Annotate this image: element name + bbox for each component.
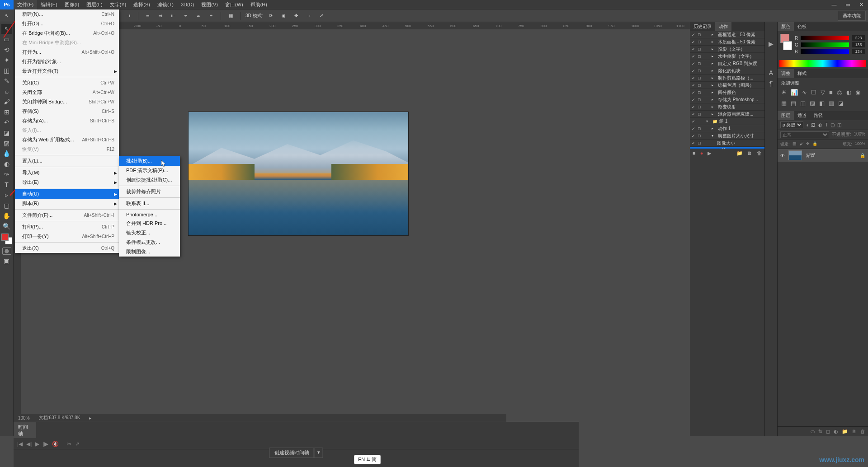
new-action-icon[interactable]: 🗎 [747,150,752,156]
essentials-button[interactable]: 基本功能 [838,11,866,21]
history-tab[interactable]: 历史记录 [690,22,715,31]
hsl-icon[interactable]: ■ [829,89,833,96]
hand-tool[interactable]: ✋ [1,211,12,221]
layer-background[interactable]: 👁 背景 🔒 [778,149,868,162]
menu-3[interactable]: 图层(L) [83,0,106,9]
eyedropper-tool[interactable]: ✎ [1,76,12,86]
arrange-icon[interactable]: ▦ [226,11,235,20]
dodge-tool[interactable]: ◐ [1,159,12,169]
layer-kind-filter[interactable]: ρ 类型 [780,121,803,128]
align-bottom-icon[interactable]: ⫣ [124,11,133,20]
menu-1[interactable]: 编辑(E) [37,0,61,9]
curves-icon[interactable]: ∿ [802,89,807,96]
distribute-5-icon[interactable]: ⫨ [194,11,203,20]
timeline-menu-icon[interactable]: ▾ [314,448,323,458]
para-panel-icon[interactable]: ¶ [769,80,773,87]
b-slider[interactable] [801,49,849,54]
pan-3d-icon[interactable]: ✥ [292,11,301,20]
fx-icon[interactable]: fx [818,429,822,434]
balance-icon[interactable]: ⚖ [837,89,842,96]
auto-submenu-item[interactable]: 镜头校正... [119,228,180,238]
file-menu-item[interactable]: 关闭并转到 Bridge...Shift+Ctrl+W [15,97,119,107]
action-item[interactable]: ✓□▸动作 1 [690,125,764,132]
gradmap-icon[interactable]: ▥ [829,100,834,107]
quick-mask-toggle[interactable] [2,248,11,255]
filter-type-icon[interactable]: T [825,122,828,127]
link-layers-icon[interactable]: ⬭ [811,429,815,434]
styles-tab[interactable]: 样式 [794,69,810,78]
magic-wand-tool[interactable]: ✦ [1,55,12,65]
action-item[interactable]: ✓□▸存储为 Photoshop... [690,96,764,103]
auto-submenu-item[interactable]: 条件模式更改... [119,238,180,247]
menu-9[interactable]: 窗口(W) [222,0,247,9]
file-menu-item[interactable]: 导出(E)▶ [15,177,119,187]
file-menu-item[interactable]: 存储为 Web 所用格式...Alt+Shift+Ctrl+S [15,135,119,145]
history-brush-tool[interactable]: ↶ [1,117,12,127]
color-tab[interactable]: 颜色 [778,22,794,31]
auto-submenu-item[interactable]: 创建快捷批处理(C)... [119,175,180,185]
delete-layer-icon[interactable]: 🗑 [860,429,865,434]
b-value[interactable]: 134 [852,49,865,54]
create-video-timeline-button[interactable]: 创建视频时间轴 [269,448,314,458]
auto-submenu-item[interactable]: 限制图像... [119,247,180,257]
delete-action-icon[interactable]: 🗑 [757,150,762,156]
paths-tab[interactable]: 路径 [810,111,826,120]
hue-strip[interactable] [779,60,866,67]
file-menu-item[interactable]: 新建(N)...Ctrl+N [15,9,119,19]
layer-name[interactable]: 背景 [806,152,815,159]
menu-4[interactable]: 文字(Y) [106,0,130,9]
record-icon[interactable]: ● [700,150,703,156]
file-menu-item[interactable]: 关闭(C)Ctrl+W [15,78,119,88]
new-layer-icon[interactable]: 🗎 [852,429,857,434]
photo-filter-icon[interactable]: ◉ [855,89,860,96]
file-menu-item[interactable]: 最近打开文件(T)▶ [15,66,119,76]
zoom-level[interactable]: 100% [18,416,30,420]
r-slider[interactable] [801,36,849,40]
crop-tool[interactable]: ◫ [1,65,12,75]
menu-10[interactable]: 帮助(H) [247,0,271,9]
file-menu-item[interactable]: 脚本(R)▶ [15,199,119,208]
action-item[interactable]: ✓□▸投影（文字） [690,46,764,53]
goto-first-icon[interactable]: |◀ [17,441,23,447]
scale-3d-icon[interactable]: ⤢ [317,11,326,20]
stop-icon[interactable]: ■ [693,150,696,156]
char-panel-icon[interactable]: ▶ [769,40,774,47]
file-menu-item[interactable]: 存储为(A)...Shift+Ctrl+S [15,116,119,126]
distribute-4-icon[interactable]: ⫧ [181,11,190,20]
blend-mode-select[interactable]: 正常 [780,131,829,138]
file-menu-item[interactable]: 打印(P)...Ctrl+P [15,222,119,232]
brightness-icon[interactable]: ☀ [781,89,787,96]
action-item[interactable]: ✓□▸水中倒影（文字） [690,53,764,60]
document-canvas[interactable] [188,112,409,236]
color-bg-swatch[interactable] [783,41,792,50]
menu-6[interactable]: 滤镜(T) [154,0,177,9]
filter-img-icon[interactable]: 🖼 [811,122,816,127]
auto-submenu-item[interactable]: 批处理(B)... [119,156,180,166]
fill-value[interactable]: 100% [855,141,865,147]
adj-layer-icon[interactable]: ◐ [834,429,838,434]
levels-icon[interactable]: 📊 [791,89,798,96]
next-frame-icon[interactable]: |▶ [43,441,48,447]
filter-adj-icon[interactable]: ◐ [818,122,822,127]
file-menu-item[interactable]: 退出(X)Ctrl+Q [15,243,119,253]
auto-submenu-item[interactable]: 裁剪并修齐照片 [119,187,180,196]
menu-5[interactable]: 选择(S) [130,0,154,9]
adjustments-tab[interactable]: 调整 [778,69,794,78]
layer-thumbnail[interactable] [788,150,802,160]
file-menu-item[interactable]: 打印一份(Y)Alt+Shift+Ctrl+P [15,232,119,241]
action-item[interactable]: ✓□▸自定义 RGB 到灰度 [690,60,764,67]
bw-icon[interactable]: ◐ [846,89,851,96]
file-menu-item[interactable]: 打开为智能对象... [15,57,119,66]
selcolor-icon[interactable]: ◪ [838,100,844,107]
menu-2[interactable]: 图像(I) [61,0,83,9]
stamp-tool[interactable]: ⊞ [1,107,12,117]
orbit-3d-icon[interactable]: ⟳ [266,11,275,20]
pen-tool[interactable]: ✑ [1,169,12,179]
filter-smart-icon[interactable]: ◫ [837,122,841,127]
g-slider[interactable] [801,42,849,47]
file-menu-item[interactable]: 文件简介(F)...Alt+Shift+Ctrl+I [15,210,119,220]
new-set-icon[interactable]: 📁 [736,150,743,156]
visibility-icon[interactable]: 👁 [780,153,785,158]
action-item[interactable]: ✓□▸制作剪贴路径（... [690,75,764,82]
timeline-tab[interactable]: 时间轴 [14,422,36,439]
